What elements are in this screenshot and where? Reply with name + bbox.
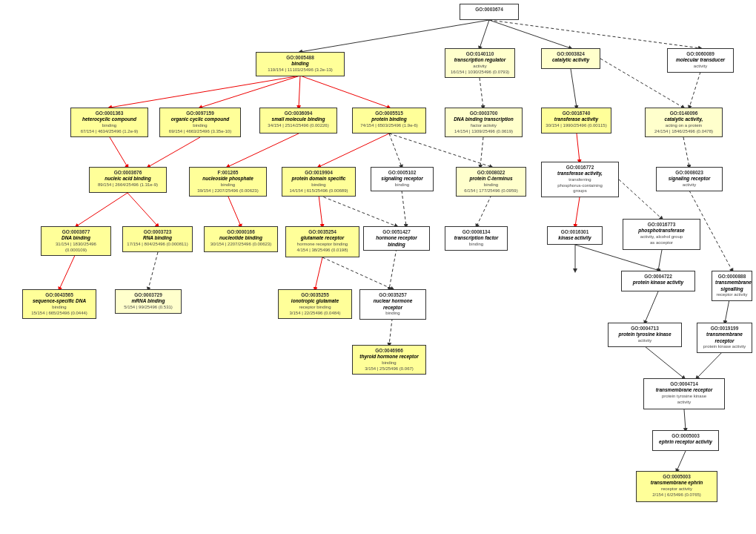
node-GO-0060089: GO:0060089molecular transduceractivity [667, 48, 734, 73]
node-GO-0003824: GO:0003824catalytic activity [541, 48, 600, 69]
svg-line-34 [315, 257, 322, 289]
node-GO-0035254: GO:0035254glutamate receptorhormone rece… [285, 226, 359, 257]
node-GO-0140096: GO:0140096catalytic activity,acting on a… [645, 108, 723, 137]
svg-line-2 [489, 20, 571, 48]
svg-line-5 [200, 76, 300, 108]
svg-line-20 [683, 137, 689, 167]
svg-line-31 [59, 252, 76, 289]
node-GO-0016773: GO:0016773phosphotransferaseactivity, al… [623, 219, 700, 250]
svg-line-44 [697, 349, 725, 378]
node-GO-0005102: GO:0005102signaling receptorbinding [371, 167, 434, 191]
node-GO-0000166: GO:0000166nucleotide binding30/154 | 220… [204, 226, 278, 252]
svg-line-12 [110, 137, 127, 167]
svg-line-18 [480, 137, 483, 167]
node-GO-0046966: GO:0046966thyroid hormone receptorbindin… [352, 345, 426, 375]
node-GO-0000888: GO:0000888transmembrane signallingrecept… [712, 271, 752, 301]
node-GO-0005003b: GO:0005003transmembrane ephrinreceptor a… [636, 471, 717, 502]
node-GO-0016772: GO:0016772transferase activity,transferr… [541, 162, 619, 197]
svg-line-11 [689, 72, 700, 108]
svg-line-39 [658, 250, 662, 271]
node-GO-0035255: GO:0035255ionotropic glutamatereceptor b… [278, 289, 352, 319]
svg-line-6 [299, 76, 300, 108]
node-GO-0003723: GO:0003723RNA binding17/154 | 804/25496 … [122, 226, 193, 252]
node-GO-0019904: GO:0019904protein domain specificbinding… [282, 167, 356, 197]
node-GO-0004722: GO:0004722protein kinase activity [621, 271, 695, 291]
svg-line-4 [110, 76, 300, 108]
node-GO-0003729: GO:0003729mRNA binding5/154 | 99/25496 (… [115, 289, 182, 314]
node-GO-0035257: GO:0035257nuclear hormone receptorbindin… [359, 289, 426, 320]
svg-line-19 [577, 134, 580, 162]
edges-svg [0, 0, 756, 534]
svg-line-45 [684, 409, 686, 430]
node-GO-0016301: GO:0016301kinase activity [547, 226, 603, 245]
node-GO-0140110: GO:0140110transcription regulatoractivit… [445, 48, 515, 78]
svg-line-32 [148, 252, 158, 289]
svg-line-25 [319, 195, 397, 226]
svg-line-1 [480, 20, 489, 48]
svg-line-27 [477, 195, 491, 226]
svg-line-16 [389, 134, 402, 167]
svg-line-3 [489, 20, 700, 48]
node-GO-0008022: GO:0008022protein C-terminusbinding6/154… [456, 167, 526, 197]
svg-line-21 [76, 193, 127, 226]
svg-line-46 [677, 451, 686, 471]
svg-line-36 [389, 248, 397, 289]
svg-line-14 [228, 134, 299, 167]
node-GO-0005488: GO:0005488binding119/154 | 11103/25496 (… [256, 52, 345, 76]
node-GO-0008134: GO:0008134transcription factorbinding [445, 226, 508, 251]
svg-line-17 [389, 134, 491, 167]
node-GO-0003674: GO:0003674 [460, 4, 519, 20]
node-GO-0043565: GO:0043565sequence-specific DNAbinding15… [22, 289, 96, 319]
svg-line-23 [228, 195, 241, 226]
svg-line-41 [645, 291, 658, 323]
svg-line-26 [402, 191, 406, 226]
node-GO-0004713: GO:0004713protein tyrosine kinaseactivit… [608, 323, 682, 347]
node-GO-0001363: GO:0001363heterocyclic compoundbinding67… [70, 108, 148, 137]
node-GO-0003700: GO:0003700DNA binding transcriptionfacto… [445, 108, 523, 137]
node-GO-0004714: GO:0004714transmembrane receptorprotein … [643, 378, 725, 409]
svg-line-28 [575, 197, 580, 226]
node-GO-0003677: GO:0003677DNA binding31/154 | 1830/25496… [41, 226, 111, 256]
graph-container: GO:0003674GO:0005488binding119/154 | 111… [0, 0, 756, 534]
node-GO-0005003: GO:0005003ephrin receptor activity [652, 430, 719, 451]
node-GO-0019199: GO:0019199transmembrane receptorprotein … [697, 323, 752, 353]
svg-line-24 [319, 195, 322, 226]
node-GO-0008023: GO:0008023signaling receptoractivity [656, 167, 723, 191]
svg-line-7 [300, 76, 389, 108]
svg-line-22 [127, 193, 158, 226]
node-GO-0016740: GO:0016740transferase activity30/154 | 1… [541, 108, 611, 134]
node-GO-0003676: GO:0003676nucleic acid binding89/154 | 2… [89, 167, 167, 193]
node-GO-0097159: GO:0097159organic cyclic compoundbinding… [159, 108, 241, 137]
svg-line-13 [148, 137, 200, 167]
svg-line-8 [480, 78, 483, 108]
svg-line-15 [319, 134, 389, 167]
node-GO-0051427: GO:0051427hormone receptor binding [363, 226, 430, 251]
svg-line-0 [300, 20, 489, 52]
node-GO-0005515: GO:0005515protein binding74/154 | 6503/2… [352, 108, 426, 134]
node-F-001265: F:001265nucleoside phosphatebinding39/15… [189, 167, 267, 197]
node-GO-0036094: GO:0036094small molecule binding34/154 |… [259, 108, 337, 134]
svg-line-9 [571, 69, 577, 108]
svg-line-43 [645, 346, 684, 378]
svg-line-35 [322, 257, 393, 289]
